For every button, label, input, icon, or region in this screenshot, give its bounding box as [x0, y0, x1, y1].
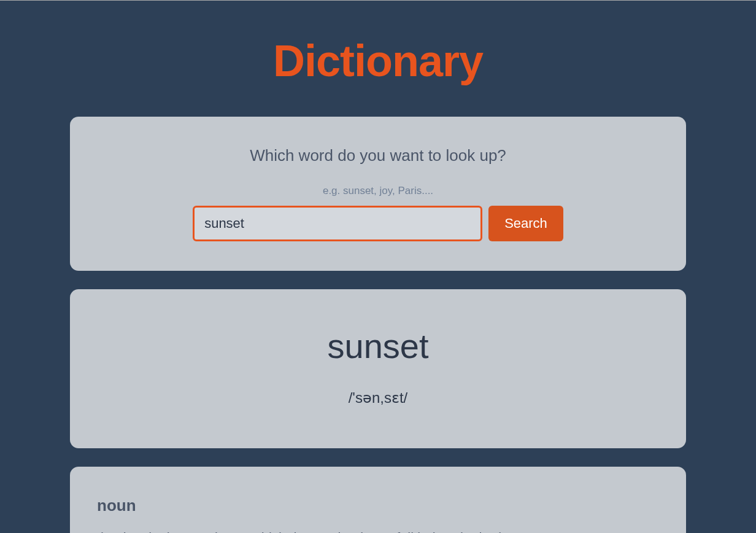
- search-prompt: Which word do you want to look up?: [97, 146, 659, 165]
- search-row: Search: [97, 206, 659, 241]
- result-card: sunset /'sən,sɛt/: [70, 289, 686, 448]
- search-hint: e.g. sunset, joy, Paris....: [97, 185, 659, 197]
- search-button[interactable]: Search: [488, 206, 563, 241]
- definition-card: noun the time in the evening at which th…: [70, 467, 686, 533]
- part-of-speech: noun: [97, 496, 659, 515]
- definition-text: the time in the evening at which the sun…: [97, 527, 659, 533]
- result-word: sunset: [97, 326, 659, 366]
- search-input[interactable]: [193, 206, 482, 241]
- search-card: Which word do you want to look up? e.g. …: [70, 117, 686, 271]
- result-phonetic: /'sən,sɛt/: [97, 389, 659, 407]
- page-title: Dictionary: [70, 2, 686, 117]
